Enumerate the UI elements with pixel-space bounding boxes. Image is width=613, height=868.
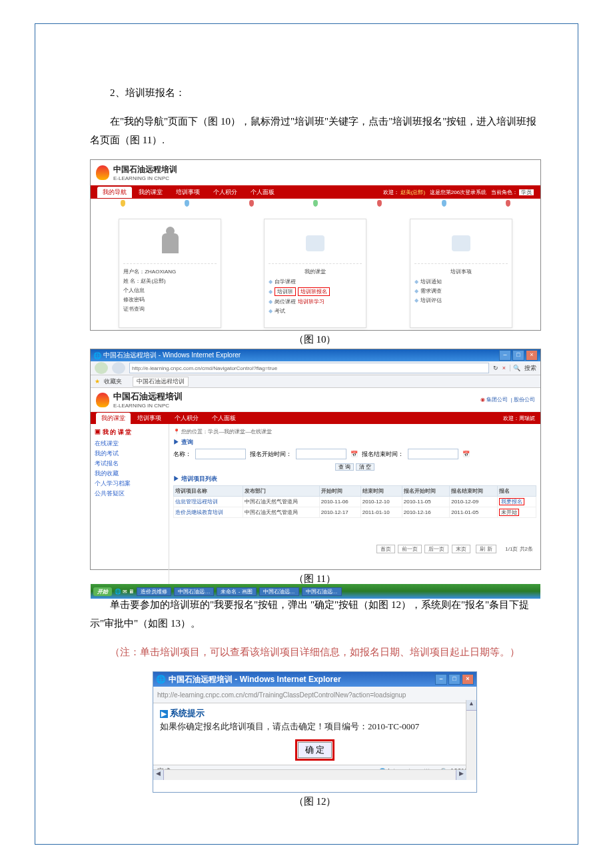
training-name-link[interactable]: 信息管理远程培训 — [174, 497, 243, 507]
tab-current[interactable]: 中国石油远程培训 — [133, 377, 189, 387]
address-bar[interactable]: http://e-learning.cnpc.com.cn/cmd/Naviga… — [129, 363, 489, 373]
instruction-2: 单击要参加的培训班的"我要报名"按钮，弹出 "确定"按钮（如图 12），系统则在… — [90, 595, 540, 633]
balloon-icon — [249, 200, 254, 207]
link-training-eval[interactable]: 培训评估 — [420, 297, 442, 304]
window-close-icon[interactable]: × — [462, 674, 474, 685]
cnpc-logo-icon — [96, 165, 109, 180]
profile-user-label: 用户名： — [123, 268, 145, 275]
label-name: 名称： — [173, 450, 191, 459]
window-maximize-icon[interactable]: □ — [512, 350, 524, 361]
window-maximize-icon[interactable]: □ — [448, 674, 460, 685]
nav-points[interactable]: 个人积分 — [207, 188, 244, 197]
refresh-icon[interactable]: ↻ — [493, 365, 498, 371]
pager-info: 1/1页 共2条 — [502, 545, 536, 553]
sidebar: ▣ 我 的 课 堂 在线课堂 我的考试 考试报名 我的收藏 个人学习档案 公共答… — [91, 424, 169, 584]
table-row: 信息管理远程培训 中国石油天然气管道局 2010-11-06 2010-12-1… — [174, 497, 536, 507]
breadcrumb: 您的位置：学员—我的课堂—在线课堂 — [181, 429, 272, 435]
sidebar-item-online[interactable]: 在线课堂 — [95, 439, 165, 448]
taskbar-item[interactable]: 中国石油远… — [174, 587, 214, 596]
brand-cn: 中国石油远程培训 — [113, 164, 177, 175]
nav-panel[interactable]: 个人面板 — [244, 188, 281, 197]
link-post-course[interactable]: 岗位课程 — [275, 298, 296, 305]
confirm-button[interactable]: 确 定 — [298, 742, 332, 758]
pager-first[interactable]: 首页 — [376, 545, 395, 553]
figure-10: 中国石油远程培训 E-LEARNING IN CNPC 我的导航 我的课堂 培训… — [90, 159, 541, 331]
link-exam[interactable]: 考试 — [275, 307, 285, 315]
training-name-link[interactable]: 造价员继续教育培训 — [174, 507, 243, 518]
taskbar-item[interactable]: 中国石油远… — [259, 587, 299, 596]
link-change-pw[interactable]: 修改密码 — [123, 296, 217, 303]
nav-points[interactable]: 个人积分 — [168, 414, 205, 423]
pager-last[interactable]: 末页 — [452, 545, 470, 553]
btn-search[interactable]: 查 询 — [335, 463, 354, 471]
card-myclass-title: 我的课堂 — [269, 268, 362, 275]
link-training-class[interactable]: 培训班 — [275, 287, 296, 296]
calendar-icon[interactable]: 📅 — [350, 451, 358, 457]
scrollbar-horizontal[interactable]: ◀▶ — [153, 769, 466, 780]
nav-panel[interactable]: 个人面板 — [205, 414, 243, 423]
taskbar-item[interactable]: 造价员维修 — [137, 587, 171, 596]
address-bar[interactable]: http://e-learning.cnpc.com.cn/cmd/Traini… — [157, 691, 406, 699]
sidebar-item-qa[interactable]: 公共答疑区 — [95, 489, 165, 498]
quicklaunch[interactable]: 🌐 ✉ 🖥 — [115, 589, 134, 595]
welcome-text: 欢迎：周瑞妮 — [503, 415, 535, 422]
window-minimize-icon[interactable]: – — [435, 674, 447, 685]
input-start[interactable] — [296, 449, 346, 459]
start-button[interactable]: 开始 — [93, 587, 112, 596]
nav-tab-myguide[interactable]: 我的导航 — [97, 187, 132, 198]
pager-prev[interactable]: 前一页 — [398, 545, 422, 553]
search-label[interactable]: 搜索 — [524, 364, 536, 373]
link-personal-info[interactable]: 个人信息 — [123, 287, 217, 294]
card-training: 培训事项 ◆培训通知 ◆需求调查 ◆培训评估 — [410, 219, 512, 328]
section-heading: 2、培训班报名： — [90, 83, 540, 102]
calendar-icon[interactable]: 📅 — [462, 451, 470, 457]
brand-en: E-LEARNING IN CNPC — [113, 403, 183, 409]
sidebar-item-archive[interactable]: 个人学习档案 — [95, 479, 165, 488]
link-self-study[interactable]: 自学课程 — [275, 278, 296, 285]
link-group-co[interactable]: 集团公司 — [486, 397, 508, 403]
signup-button[interactable]: 我要报名 — [499, 498, 524, 505]
profile-name-label: 姓 名： — [123, 277, 141, 285]
pager-refresh[interactable]: 刷 新 — [476, 545, 496, 553]
nav-training[interactable]: 培训事项 — [131, 414, 168, 423]
link-training-notice[interactable]: 培训通知 — [420, 278, 442, 285]
favorites-label[interactable]: 收藏夹 — [104, 377, 122, 386]
role-select[interactable]: 学员 — [519, 189, 534, 195]
training-table: 培训项目名称 发布部门 开始时间 结束时间 报名开始时间 报名结束时间 报名 信… — [173, 485, 536, 518]
section-table: 培训项目列表 — [181, 475, 217, 482]
nav-training[interactable]: 培训事项 — [169, 188, 207, 197]
nav-myclass[interactable]: 我的课堂 — [132, 188, 169, 197]
taskbar-item[interactable]: 未命名 - 画图 — [217, 587, 256, 596]
forward-icon[interactable] — [112, 362, 125, 374]
favorites-star-icon[interactable]: ★ — [95, 378, 100, 385]
nav-tab-myclass[interactable]: 我的课堂 — [96, 413, 131, 424]
caption-12: （图 12） — [90, 795, 540, 808]
link-cert-query[interactable]: 证书查询 — [123, 305, 217, 313]
link-demand-survey[interactable]: 需求调查 — [420, 287, 442, 295]
scrollbar-vertical[interactable]: ▲ — [466, 700, 476, 780]
th-name: 培训项目名称 — [174, 486, 243, 497]
pager-next[interactable]: 后一页 — [424, 545, 448, 553]
input-end[interactable] — [408, 449, 458, 459]
avatar-placeholder-icon — [162, 233, 179, 253]
btn-clear[interactable]: 清 空 — [356, 463, 374, 471]
window-minimize-icon[interactable]: – — [499, 350, 511, 361]
stop-icon[interactable]: × — [502, 365, 506, 371]
myclass-icon — [306, 235, 324, 251]
balloon-icon — [185, 200, 189, 207]
link-training-signup[interactable]: 培训班报名 — [298, 287, 330, 296]
back-icon[interactable] — [95, 362, 108, 374]
sidebar-item-favorites[interactable]: 我的收藏 — [95, 469, 165, 478]
play-icon: ▶ — [160, 710, 168, 718]
taskbar-item[interactable]: 中国石油远… — [302, 587, 342, 596]
sidebar-item-examsignup[interactable]: 考试报名 — [95, 459, 165, 468]
link-training-study[interactable]: 培训班学习 — [298, 298, 324, 305]
balloon-icon — [313, 200, 318, 207]
sidebar-item-myexam[interactable]: 我的考试 — [95, 449, 165, 458]
th-start: 开始时间 — [319, 486, 360, 497]
link-share-co[interactable]: 股份公司 — [514, 397, 535, 403]
input-name[interactable] — [195, 449, 246, 459]
label-start: 报名开始时间： — [250, 450, 292, 459]
balloon-icon — [506, 200, 510, 207]
window-close-icon[interactable]: × — [526, 350, 538, 361]
